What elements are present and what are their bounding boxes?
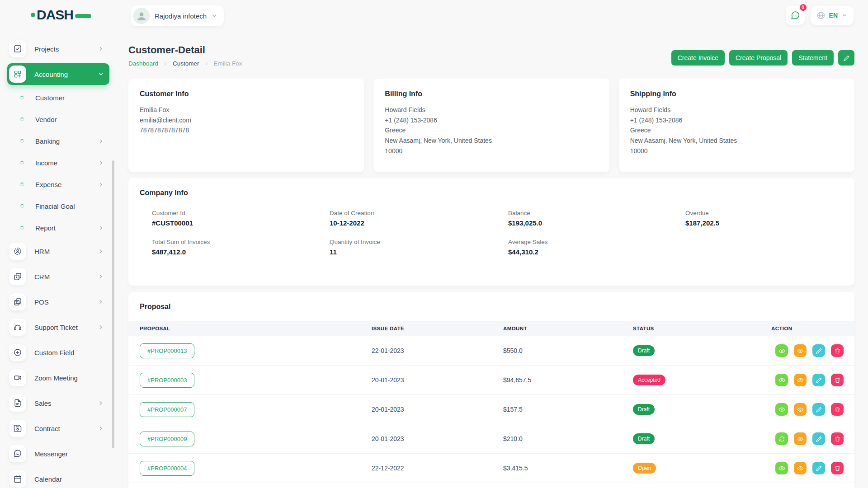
col-action: ACTION <box>771 326 854 331</box>
billing-country: Greece <box>385 125 598 136</box>
edit-action-button[interactable] <box>812 344 825 357</box>
edit-action-button[interactable] <box>812 374 825 386</box>
edit-action-button[interactable] <box>812 462 825 474</box>
view-action-button[interactable] <box>775 344 788 357</box>
delete-action-button[interactable] <box>831 374 844 386</box>
pencil-icon <box>816 406 822 413</box>
proposal-table: PROPOSAL ISSUE DATE AMOUNT STATUS ACTION… <box>128 321 854 483</box>
language-selector[interactable]: EN <box>811 6 854 25</box>
headphones-icon <box>9 319 26 336</box>
issue-date-cell: 22-12-2022 <box>372 465 503 472</box>
sidebar-item-calendar[interactable]: Calendar <box>7 468 109 488</box>
sidebar-item-expense[interactable]: Expense <box>7 175 109 193</box>
sidebar: Projects Accounting Customer Vendor Bank… <box>0 32 118 488</box>
create-invoice-button[interactable]: Create Invoice <box>671 50 725 66</box>
col-amount: AMOUNT <box>503 326 633 331</box>
company-switcher[interactable]: Rajodiya infotech <box>131 5 224 26</box>
sidebar-item-pos[interactable]: POS <box>7 291 109 313</box>
proposal-id-button[interactable]: #PROP000003 <box>140 373 194 388</box>
delete-action-button[interactable] <box>831 403 844 416</box>
proposal-id-button[interactable]: #PROP000007 <box>140 402 194 417</box>
chevron-right-icon <box>98 400 104 406</box>
billing-zip: 10000 <box>385 146 598 156</box>
field-balance: Balance $193,025.0 <box>508 210 685 227</box>
amount-cell: $94,657.5 <box>503 376 633 384</box>
sidebar-item-crm[interactable]: CRM <box>7 266 109 287</box>
chevron-right-icon <box>98 273 104 280</box>
messages-button[interactable]: 0 <box>786 6 805 25</box>
video-camera-icon <box>9 369 26 386</box>
pencil-icon <box>816 465 822 472</box>
proposal-id-button[interactable]: #PROP000004 <box>140 461 194 476</box>
amount-cell: $3,415.5 <box>503 465 633 472</box>
statement-button[interactable]: Statement <box>792 50 834 66</box>
preview-action-button[interactable] <box>794 344 807 357</box>
view-action-button[interactable] <box>775 462 788 474</box>
sidebar-item-hrm[interactable]: HRM <box>7 240 109 262</box>
col-issue-date: ISSUE DATE <box>372 326 503 331</box>
breadcrumb-customer[interactable]: Customer <box>173 60 199 67</box>
edit-action-button[interactable] <box>812 432 825 445</box>
proposal-id-button[interactable]: #PROP000013 <box>140 343 194 358</box>
table-header-row: PROPOSAL ISSUE DATE AMOUNT STATUS ACTION <box>128 321 854 336</box>
dash-logo[interactable]: DASH <box>31 7 91 23</box>
plus-circle-icon <box>9 344 26 361</box>
delete-action-button[interactable] <box>831 462 844 474</box>
pencil-icon <box>816 377 822 384</box>
chevron-right-icon <box>98 138 104 144</box>
proposal-id-button[interactable]: #PROP000009 <box>140 432 194 446</box>
field-average-sales: Average Sales $44,310.2 <box>508 239 685 256</box>
chevron-right-icon <box>98 324 104 330</box>
sidebar-item-banking[interactable]: Banking <box>7 132 109 150</box>
target-user-icon <box>9 243 26 260</box>
sidebar-item-income[interactable]: Income <box>7 154 109 172</box>
preview-action-button[interactable] <box>794 374 807 386</box>
col-status: STATUS <box>633 326 771 331</box>
topbar: DASH Rajodiya infotech 0 EN <box>0 0 868 32</box>
grid-plus-icon <box>9 66 26 83</box>
sidebar-item-support-ticket[interactable]: Support Ticket <box>7 316 109 338</box>
sidebar-item-customer[interactable]: Customer <box>7 89 109 107</box>
sidebar-item-accounting[interactable]: Accounting <box>7 63 109 85</box>
view-action-button[interactable] <box>775 374 788 386</box>
preview-action-button[interactable] <box>794 403 807 416</box>
issue-date-cell: 22-01-2023 <box>372 347 503 354</box>
proposal-title: Proposal <box>128 303 854 311</box>
logo-text: DASH <box>37 7 73 23</box>
sidebar-item-messenger[interactable]: Messenger <box>7 443 109 465</box>
edit-action-button[interactable] <box>812 403 825 416</box>
sidebar-item-contract[interactable]: Contract <box>7 418 109 439</box>
billing-info-title: Billing Info <box>385 90 598 98</box>
breadcrumb-dashboard[interactable]: Dashboard <box>128 60 158 67</box>
sidebar-item-finacial-goal[interactable]: Finacial Goal <box>7 197 109 215</box>
preview-action-button[interactable] <box>794 432 807 445</box>
company-info-title: Company Info <box>140 189 843 197</box>
shipping-info-card: Shipping Info Howard Fields +1 (248) 153… <box>619 79 854 172</box>
chat-bubble-icon <box>9 445 26 462</box>
status-badge: Accepted <box>633 375 665 385</box>
convert-action-button[interactable] <box>775 432 788 445</box>
sidebar-item-sales[interactable]: Sales <box>7 392 109 414</box>
sidebar-item-projects[interactable]: Projects <box>7 38 109 60</box>
trash-icon <box>834 465 841 472</box>
delete-action-button[interactable] <box>831 344 844 357</box>
delete-action-button[interactable] <box>831 432 844 445</box>
issue-date-cell: 20-01-2023 <box>372 435 503 442</box>
create-proposal-button[interactable]: Create Proposal <box>729 50 788 66</box>
bullet-icon <box>20 160 24 165</box>
chevron-down-icon <box>211 13 217 19</box>
table-row: #PROP000013 22-01-2023 $550.0 Draft <box>128 336 854 366</box>
sidebar-item-vendor[interactable]: Vendor <box>7 110 109 128</box>
pencil-icon <box>816 347 822 354</box>
sidebar-item-report[interactable]: Report <box>7 219 109 237</box>
billing-info-card: Billing Info Howard Fields +1 (248) 153-… <box>373 79 609 172</box>
sidebar-scrollbar[interactable] <box>112 160 114 448</box>
globe-icon <box>816 11 826 20</box>
bullet-icon <box>20 182 24 187</box>
sidebar-item-custom-field[interactable]: Custom Field <box>7 342 109 363</box>
sidebar-item-zoom-meeting[interactable]: Zoom Meeting <box>7 367 109 389</box>
field-quantity-of-invoice: Quantity of Invoice 11 <box>330 239 508 256</box>
view-action-button[interactable] <box>775 403 788 416</box>
edit-customer-button[interactable] <box>838 50 854 66</box>
preview-action-button[interactable] <box>794 462 807 474</box>
